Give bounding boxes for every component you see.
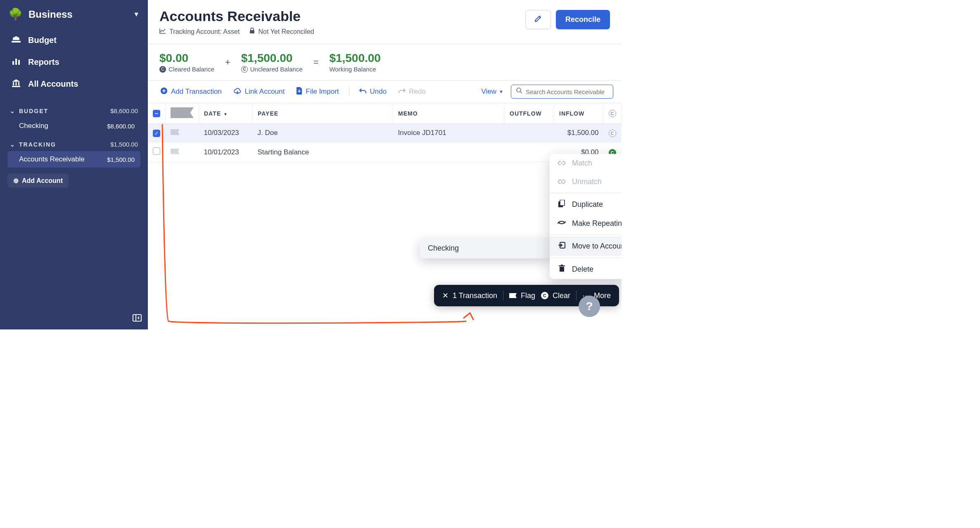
nav-all-accounts-label: All Accounts xyxy=(28,79,78,89)
edit-account-button[interactable] xyxy=(525,10,551,29)
flag-icon[interactable] xyxy=(171,149,180,154)
view-menu-button[interactable]: View ▼ xyxy=(477,85,508,98)
duplicate-icon xyxy=(557,200,566,209)
cell-payee: Starting Balance xyxy=(253,142,393,162)
cleared-balance-value: $0.00 xyxy=(159,52,214,65)
caret-down-icon: ▼ xyxy=(499,89,503,94)
menu-make-repeating[interactable]: Make Repeating xyxy=(550,214,622,233)
account-balance: $1,500.00 xyxy=(107,156,135,163)
collapse-sidebar-button[interactable] xyxy=(132,313,142,325)
svg-rect-4 xyxy=(18,60,20,65)
cleared-balance-label: Cleared Balance xyxy=(168,66,214,73)
plus-circle-icon xyxy=(160,87,168,96)
caret-down-icon: ▼ xyxy=(133,11,140,18)
flag-icon[interactable] xyxy=(171,129,180,135)
search-input[interactable] xyxy=(526,88,608,95)
working-balance-value: $1,500.00 xyxy=(329,52,381,65)
table-row[interactable]: ✓ 10/03/2023 J. Doe Invoice JD1701 $1,50… xyxy=(148,124,622,142)
submenu-option-checking[interactable]: Checking xyxy=(420,238,550,258)
cleared-icon: C xyxy=(159,66,166,73)
cell-date: 10/03/2023 xyxy=(199,124,253,142)
flag-icon xyxy=(509,293,517,298)
add-transaction-button[interactable]: Add Transaction xyxy=(156,85,226,99)
plus-circle-icon: ⊕ xyxy=(13,177,19,185)
equals-operator: = xyxy=(312,57,320,68)
transaction-toolbar: Add Transaction Link Account File Import… xyxy=(148,81,622,103)
search-icon xyxy=(516,88,522,96)
file-import-button[interactable]: File Import xyxy=(292,85,343,99)
nav-all-accounts[interactable]: All Accounts xyxy=(0,73,148,95)
selection-count: 1 Transaction xyxy=(453,291,497,300)
menu-move-to-account[interactable]: Move to Account › xyxy=(550,237,622,256)
cell-outflow xyxy=(505,124,554,142)
menu-delete[interactable]: Delete xyxy=(550,260,622,279)
workspace-switcher[interactable]: 🌳 Business ▼ xyxy=(0,0,148,25)
menu-duplicate[interactable]: Duplicate xyxy=(550,195,622,214)
column-memo[interactable]: MEMO xyxy=(393,103,505,124)
undo-button[interactable]: Undo xyxy=(355,85,391,98)
column-outflow[interactable]: OUTFLOW xyxy=(505,103,554,124)
section-budget-header[interactable]: ⌄ BUDGET $8,600.00 xyxy=(7,104,140,118)
nav-reports[interactable]: Reports xyxy=(0,51,148,73)
svg-rect-8 xyxy=(18,82,19,85)
svg-rect-17 xyxy=(560,200,565,206)
search-box[interactable] xyxy=(511,85,613,99)
flag-button[interactable]: Flag xyxy=(509,291,535,300)
uncleared-balance-label: Uncleared Balance xyxy=(250,66,303,73)
select-all-checkbox[interactable]: − xyxy=(153,110,160,117)
add-account-button[interactable]: ⊕ Add Account xyxy=(7,173,69,188)
budget-icon xyxy=(11,35,21,45)
trash-icon xyxy=(557,265,566,274)
svg-line-14 xyxy=(520,92,522,93)
clear-circle-icon: C xyxy=(541,292,548,299)
link-account-button[interactable]: Link Account xyxy=(229,85,289,98)
question-icon: ? xyxy=(586,300,593,313)
transactions-table: − DATE▼ PAYEE MEMO OUTFLOW INFLOW C ✓ 10… xyxy=(148,103,622,162)
close-selection-button[interactable]: ✕ 1 Transaction xyxy=(442,291,497,300)
section-budget-label: BUDGET xyxy=(19,108,107,114)
sidebar-account-checking[interactable]: Checking $8,600.00 xyxy=(7,118,140,134)
add-account-label: Add Account xyxy=(22,177,63,185)
svg-rect-3 xyxy=(15,59,17,65)
nav-budget[interactable]: Budget xyxy=(0,29,148,51)
working-balance-label: Working Balance xyxy=(329,66,376,73)
help-button[interactable]: ? xyxy=(579,296,600,317)
cloud-link-icon xyxy=(233,88,242,96)
svg-rect-6 xyxy=(13,82,14,85)
cell-outflow xyxy=(505,142,554,162)
column-payee[interactable]: PAYEE xyxy=(253,103,393,124)
cell-payee: J. Doe xyxy=(253,124,393,142)
cell-memo: Invoice JD1701 xyxy=(393,124,505,142)
page-title: Accounts Receivable xyxy=(159,8,517,24)
clear-button[interactable]: C Clear xyxy=(541,291,570,300)
bank-icon xyxy=(11,79,21,89)
reconcile-button[interactable]: Reconcile xyxy=(556,10,610,29)
section-tracking-header[interactable]: ⌄ TRACKING $1,500.00 xyxy=(7,137,140,151)
account-name: Accounts Receivable xyxy=(19,155,107,163)
svg-rect-21 xyxy=(561,265,563,265)
row-checkbox[interactable] xyxy=(153,147,160,155)
plus-operator: + xyxy=(223,57,232,68)
account-balance: $8,600.00 xyxy=(107,123,135,130)
reconcile-status-label: Not Yet Reconciled xyxy=(249,28,314,36)
cell-memo xyxy=(393,142,505,162)
svg-rect-0 xyxy=(12,41,21,43)
unlink-icon xyxy=(557,178,566,186)
pencil-icon xyxy=(534,16,542,24)
cleared-toggle[interactable]: C xyxy=(609,130,616,137)
uncleared-icon: C xyxy=(241,66,248,73)
svg-line-15 xyxy=(561,180,562,183)
sidebar-account-accounts-receivable[interactable]: Accounts Receivable $1,500.00 xyxy=(7,151,140,168)
svg-rect-9 xyxy=(133,315,141,321)
account-type-label: Tracking Account: Asset xyxy=(159,28,240,36)
svg-rect-20 xyxy=(559,265,565,266)
cleared-column-icon: C xyxy=(609,110,616,117)
row-checkbox[interactable]: ✓ xyxy=(153,130,160,137)
column-date[interactable]: DATE▼ xyxy=(199,103,253,124)
column-inflow[interactable]: INFLOW xyxy=(554,103,604,124)
svg-rect-19 xyxy=(560,267,564,272)
menu-unmatch: Unmatch xyxy=(550,173,622,191)
undo-icon xyxy=(359,88,367,96)
sidebar: 🌳 Business ▼ Budget Reports All Accounts… xyxy=(0,0,148,329)
section-tracking-total: $1,500.00 xyxy=(110,141,138,148)
